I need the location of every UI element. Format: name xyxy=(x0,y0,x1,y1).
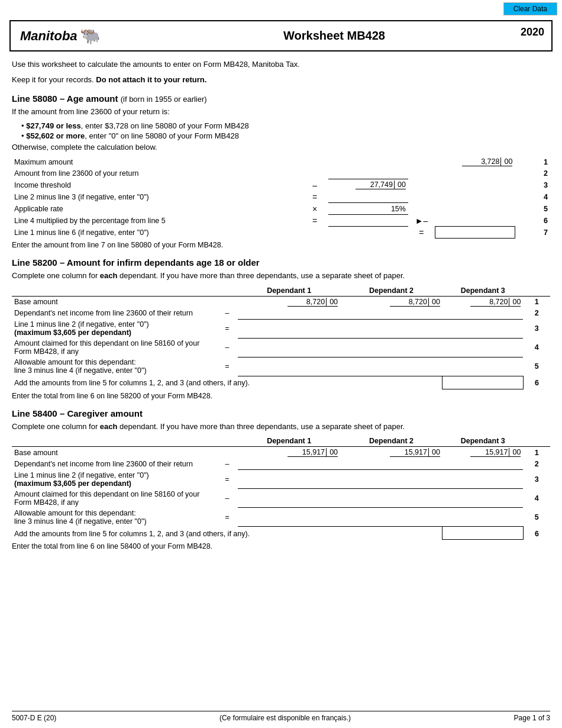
section-58400-heading: Line 58400 – Caregiver amount xyxy=(12,408,550,418)
row1-linenum: 1 xyxy=(541,156,550,167)
table-row: Maximum amount 3,72800 1 xyxy=(12,156,550,167)
dep58200-r3-d2[interactable] xyxy=(343,324,440,333)
footer-center: (Ce formulaire est disponible en françai… xyxy=(219,714,351,722)
worksheet-title: Worksheet MB428 xyxy=(283,29,385,42)
bison-icon: 🐃 xyxy=(80,26,101,46)
dep58400-r4-d2[interactable] xyxy=(343,494,440,502)
dep58400-r5-label: Allowable amount for this dependant:line… xyxy=(12,508,217,527)
table-row: Add the amounts from line 5 for columns … xyxy=(12,527,550,540)
top-bar: Clear Data xyxy=(0,0,562,18)
main-content: Use this worksheet to calculate the amou… xyxy=(0,56,562,566)
table-row: Income threshold – 27,74900 3 xyxy=(12,179,550,191)
bullet1: • $27,749 or less, enter $3,728 on line … xyxy=(21,121,550,130)
dep58200-r5-label: Allowable amount for this dependant:line… xyxy=(12,357,217,376)
table-row: Line 1 minus line 2 (if negative, enter … xyxy=(12,319,550,338)
table-row: Amount claimed for this dependant on lin… xyxy=(12,338,550,357)
row7-linenum: 7 xyxy=(541,227,550,239)
dep58200-r4-d3[interactable] xyxy=(445,343,521,352)
row1-amount: 3,728 xyxy=(462,157,500,166)
dep58400-r5-d3[interactable] xyxy=(445,513,521,521)
dep58400-r5-d2[interactable] xyxy=(343,513,440,521)
dep58400-r3-d1[interactable] xyxy=(240,475,338,484)
dep58400-r3-label: Line 1 minus line 2 (if negative, enter … xyxy=(12,470,217,489)
row4-op: = xyxy=(302,191,328,203)
row6-label: Line 4 multiplied by the percentage from… xyxy=(12,215,302,227)
section-58200-heading: Line 58200 – Amount for infirm dependant… xyxy=(12,257,550,268)
dep-table-header: Dependant 1 Dependant 2 Dependant 3 xyxy=(12,436,550,447)
dep58200-r2-d3[interactable] xyxy=(445,309,521,318)
table-row: Line 4 multiplied by the percentage from… xyxy=(12,215,550,227)
row5-label: Applicable rate xyxy=(12,203,302,215)
table-row: Base amount 8,72000 8,72000 8,72000 xyxy=(12,296,550,308)
row6-linenum: 6 xyxy=(541,215,550,227)
dep58200-r3-d3[interactable] xyxy=(445,324,521,333)
row5-op: × xyxy=(302,203,328,215)
row6-result[interactable] xyxy=(437,216,512,225)
dep58400-r2-label: Dependant's net income from line 23600 o… xyxy=(12,458,217,470)
dep58400-r2-d3[interactable] xyxy=(445,459,521,468)
table-row: Allowable amount for this dependant:line… xyxy=(12,508,550,527)
footer-left: 5007-D E (20) xyxy=(12,714,56,722)
section-58400-desc: Complete one column for each dependant. … xyxy=(12,421,550,433)
form-header: Manitoba 🐃 Worksheet MB428 2020 xyxy=(9,20,553,51)
row4-input[interactable] xyxy=(331,192,406,201)
dep58200-r2-d1[interactable] xyxy=(240,309,338,318)
row3-linenum: 3 xyxy=(541,179,550,191)
row5-pct: 15% xyxy=(391,205,406,213)
row2-linenum: 2 xyxy=(541,167,550,179)
table-row: Line 1 minus line 2 (if negative, enter … xyxy=(12,470,550,489)
dep58200-r5-d1[interactable] xyxy=(240,362,338,371)
table-row: Line 1 minus line 6 (if negative, enter … xyxy=(12,227,550,239)
dep58200-r6-total[interactable] xyxy=(445,379,521,388)
dep58400-r1-label: Base amount xyxy=(12,447,217,459)
row3-amount: 27,749 xyxy=(356,181,394,189)
row5-linenum: 5 xyxy=(541,203,550,215)
row2-input[interactable] xyxy=(331,169,406,178)
bullet2: • $52,602 or more, enter "0" on line 580… xyxy=(21,131,550,140)
dep58200-r4-d2[interactable] xyxy=(343,343,440,352)
intro-line1: Use this worksheet to calculate the amou… xyxy=(12,59,550,70)
dep58400-r4-d3[interactable] xyxy=(445,494,521,502)
footer-58080: Enter the amount from line 7 on line 580… xyxy=(12,241,550,249)
section-58200-desc: Complete one column for each dependant. … xyxy=(12,270,550,282)
dep58200-r4-label: Amount claimed for this dependant on lin… xyxy=(12,338,217,357)
dep58200-r1-label: Base amount xyxy=(12,296,217,308)
row4-label: Line 2 minus line 3 (if negative, enter … xyxy=(12,191,302,203)
dep58400-r3-d3[interactable] xyxy=(445,475,521,484)
dep58400-r3-d2[interactable] xyxy=(343,475,440,484)
dep58200-r2-d2[interactable] xyxy=(343,309,440,318)
dep58200-r5-d2[interactable] xyxy=(343,362,440,371)
calc-table-58080: Maximum amount 3,72800 1 Amount from lin… xyxy=(12,156,550,239)
dep58400-r2-d1[interactable] xyxy=(240,459,338,468)
row1-label: Maximum amount xyxy=(12,156,302,167)
table-row: Line 2 minus line 3 (if negative, enter … xyxy=(12,191,550,203)
table-row: Amount claimed for this dependant on lin… xyxy=(12,489,550,508)
table-row: Dependant's net income from line 23600 o… xyxy=(12,308,550,320)
dep58400-r5-d1[interactable] xyxy=(240,513,338,521)
row6-input[interactable] xyxy=(331,216,406,225)
table-row: Allowable amount for this dependant:line… xyxy=(12,357,550,376)
header-title-area: Worksheet MB428 xyxy=(127,29,542,43)
dep58200-r5-d3[interactable] xyxy=(445,362,521,371)
page-footer: 5007-D E (20) (Ce formulaire est disponi… xyxy=(12,711,550,722)
dep-table-58400: Dependant 1 Dependant 2 Dependant 3 Base… xyxy=(12,436,550,540)
dep58400-r4-d1[interactable] xyxy=(240,494,338,502)
clear-data-button[interactable]: Clear Data xyxy=(503,2,557,15)
dep58200-r4-d1[interactable] xyxy=(240,343,338,352)
row7-result[interactable] xyxy=(438,228,512,237)
row3-op: – xyxy=(302,179,328,191)
dep-table-58200: Dependant 1 Dependant 2 Dependant 3 Base… xyxy=(12,285,550,389)
dep58400-r4-label: Amount claimed for this dependant on lin… xyxy=(12,489,217,508)
dep58400-r6-total[interactable] xyxy=(445,529,521,538)
row4-linenum: 4 xyxy=(541,191,550,203)
table-row: Dependant's net income from line 23600 o… xyxy=(12,458,550,470)
row3-cents: 00 xyxy=(394,181,406,189)
row1-cents: 00 xyxy=(500,157,512,166)
footer-58400: Enter the total from line 6 on line 5840… xyxy=(12,542,550,550)
dep58200-r3-label: Line 1 minus line 2 (if negative, enter … xyxy=(12,319,217,338)
dep58400-r2-d2[interactable] xyxy=(343,459,440,468)
dep58200-r3-d1[interactable] xyxy=(240,324,338,333)
table-row: Applicable rate × 15% 5 xyxy=(12,203,550,215)
table-row: Amount from line 23600 of your return 2 xyxy=(12,167,550,179)
row3-label: Income threshold xyxy=(12,179,302,191)
